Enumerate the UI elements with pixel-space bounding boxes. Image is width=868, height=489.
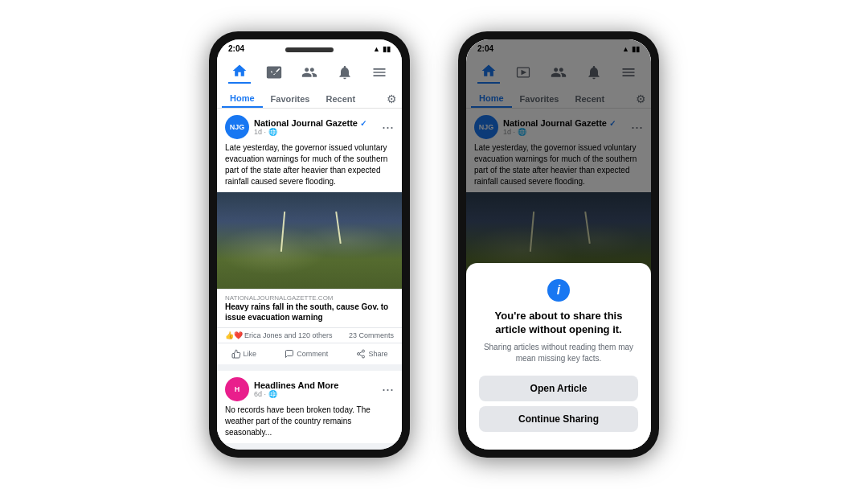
- post-link-1: NATIONALJOURNALGAZETTE.COM Heavy rains f…: [217, 289, 402, 327]
- comment-button-1[interactable]: Comment: [278, 347, 334, 361]
- post-author-1: National Journal Gazette ✓: [254, 118, 377, 128]
- post-image-1: [217, 192, 402, 289]
- modal-subtitle: Sharing articles without reading them ma…: [479, 342, 638, 364]
- modal-sheet: i You're about to share this article wit…: [466, 263, 651, 450]
- nav-people-icon[interactable]: [298, 61, 321, 84]
- post-time-2: 6d · 🌐: [254, 390, 377, 398]
- modal-title: You're about to share this article witho…: [479, 310, 638, 337]
- share-button-1[interactable]: Share: [350, 347, 394, 361]
- post-meta-1: National Journal Gazette ✓ 1d · 🌐: [254, 118, 377, 136]
- tab-recent-left[interactable]: Recent: [317, 91, 363, 107]
- filter-icon-left[interactable]: ⚙: [387, 92, 397, 105]
- post-text-2: No records have been broken today. The w…: [217, 405, 402, 443]
- post-link-source-1: NATIONALJOURNALGAZETTE.COM: [225, 294, 394, 302]
- post-reactions-1: 👍❤️ Erica Jones and 120 others 23 Commen…: [217, 327, 402, 343]
- post-card-1: NJG National Journal Gazette ✓ 1d · 🌐 ··…: [217, 109, 402, 364]
- reaction-icons-1: 👍❤️ Erica Jones and 120 others: [225, 331, 333, 339]
- avatar-ham: H: [225, 377, 249, 401]
- post-actions-1: Like Comment Share: [217, 343, 402, 364]
- svg-line-5: [360, 355, 362, 356]
- feed-left: NJG National Journal Gazette ✓ 1d · 🌐 ··…: [217, 109, 402, 450]
- comments-count-1: 23 Comments: [349, 331, 394, 339]
- post-text-1: Late yesterday, the governor issued volu…: [217, 142, 402, 192]
- svg-point-2: [362, 350, 365, 352]
- navbar-left: Home Favorites Recent ⚙: [217, 56, 402, 109]
- nav-video-icon[interactable]: [263, 61, 285, 84]
- nav-bell-icon[interactable]: [334, 61, 356, 84]
- time-left: 2:04: [228, 44, 244, 53]
- phone-left: 2:04 ▲ ▮▮: [209, 31, 410, 458]
- avatar-njg-left: NJG: [225, 115, 249, 139]
- open-article-button[interactable]: Open Article: [479, 376, 638, 401]
- post-link-title-1[interactable]: Heavy rains fall in the south, cause Gov…: [225, 302, 394, 323]
- verified-icon-1: ✓: [360, 119, 366, 128]
- post-more-2[interactable]: ···: [382, 381, 394, 398]
- svg-point-4: [362, 355, 365, 358]
- post-header-2: H Headlines And More 6d · 🌐 ···: [217, 371, 402, 405]
- post-more-1[interactable]: ···: [382, 119, 394, 136]
- modal-info-icon: i: [547, 279, 570, 302]
- post-time-1: 1d · 🌐: [254, 128, 377, 136]
- continue-sharing-button[interactable]: Continue Sharing: [479, 406, 638, 432]
- phone-right: 2:04 ▲ ▮▮: [458, 31, 659, 458]
- svg-point-3: [358, 353, 360, 355]
- like-button-1[interactable]: Like: [225, 347, 264, 361]
- tab-favorites-left[interactable]: Favorites: [263, 91, 318, 107]
- post-meta-2: Headlines And More 6d · 🌐: [254, 380, 377, 398]
- nav-menu-icon[interactable]: [368, 61, 391, 84]
- nav-home-icon[interactable]: [228, 61, 251, 84]
- post-author-2: Headlines And More: [254, 380, 377, 390]
- post-header-1: NJG National Journal Gazette ✓ 1d · 🌐 ··…: [217, 109, 402, 142]
- post-card-2: H Headlines And More 6d · 🌐 ··· No recor…: [217, 371, 402, 443]
- modal-overlay: i You're about to share this article wit…: [466, 39, 651, 450]
- nav-icons-left: [222, 56, 397, 87]
- status-icons-left: ▲ ▮▮: [373, 45, 391, 53]
- tab-home-left[interactable]: Home: [222, 90, 263, 108]
- status-bar-left: 2:04 ▲ ▮▮: [217, 39, 402, 56]
- nav-tabs-left: Home Favorites Recent ⚙: [222, 87, 397, 108]
- svg-line-6: [360, 351, 362, 353]
